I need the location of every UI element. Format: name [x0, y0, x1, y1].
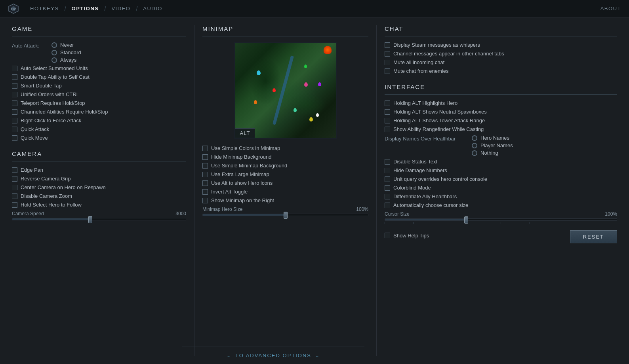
- nav-options[interactable]: OPTIONS: [69, 4, 102, 13]
- minimap-container: ALT: [234, 42, 337, 139]
- interface2-checkbox-0[interactable]: Disable Status Text: [385, 159, 617, 165]
- show-help-label: Show Help Tips: [393, 233, 429, 239]
- chat-box-3: [385, 68, 390, 74]
- game-box-1: [12, 74, 17, 80]
- minimap-checkboxes: Use Simple Colors in MinimapHide Minimap…: [202, 145, 368, 203]
- nav-hotkeys[interactable]: HOTKEYS: [27, 4, 62, 13]
- minimap-dot-6: [294, 108, 297, 112]
- minimap-checkbox-4[interactable]: Use Alt to show Hero icons: [202, 180, 368, 186]
- minimap-dot-8: [316, 113, 319, 117]
- game-checkbox-7[interactable]: Quick Attack: [12, 126, 186, 132]
- chat-checkbox-0[interactable]: Display Steam messages as whispers: [385, 42, 617, 48]
- display-names-hero[interactable]: Hero Names: [472, 135, 513, 141]
- reset-button[interactable]: RESET: [570, 230, 617, 243]
- interface2-checkbox-3[interactable]: Colorblind Mode: [385, 185, 617, 191]
- interface-checkbox-0[interactable]: Holding ALT Highlights Hero: [385, 100, 617, 106]
- display-names-row: Display Names Over Healthbar Hero Names …: [385, 135, 617, 156]
- nav-about[interactable]: ABOUT: [600, 6, 621, 11]
- minimap-checkbox-6[interactable]: Show Minimap on the Right: [202, 197, 368, 203]
- display-names-label: Display Names Over Healthbar: [385, 135, 472, 142]
- minimap-divider: [202, 36, 368, 36]
- camera-checkbox-0[interactable]: Edge Pan: [12, 167, 186, 173]
- game-checkbox-5[interactable]: Channeled Abilities Require Hold/Stop: [12, 109, 186, 115]
- chat-checkbox-1[interactable]: Channel messages appear in other channel…: [385, 51, 617, 57]
- game-box-0: [12, 66, 17, 71]
- interface-checkbox-3[interactable]: Show Ability Rangefinder While Casting: [385, 126, 617, 132]
- camera-checkbox-1[interactable]: Reverse Camera Grip: [12, 176, 186, 182]
- minimap-checkbox-2[interactable]: Use Simple Minimap Background: [202, 163, 368, 169]
- auto-attack-always[interactable]: Always: [51, 57, 81, 63]
- camera-section: CAMERA Edge PanReverse Camera GripCenter…: [12, 150, 186, 220]
- minimap-box-4: [202, 180, 208, 186]
- advanced-options-label: TO ADVANCED OPTIONS: [235, 353, 311, 358]
- camera-checkboxes: Edge PanReverse Camera GripCenter Camera…: [12, 167, 186, 208]
- display-names-player[interactable]: Player Names: [472, 142, 513, 148]
- display-names-nothing[interactable]: Nothing: [472, 150, 513, 156]
- main-wrapper: GAME Auto Attack: Never Standard: [0, 17, 629, 364]
- auto-attack-standard[interactable]: Standard: [51, 49, 81, 55]
- game-checkbox-3[interactable]: Unified Orders with CTRL: [12, 91, 186, 97]
- minimap-dot-7: [309, 117, 313, 121]
- col-mid: MINIMAP: [194, 25, 376, 356]
- show-help-checkbox[interactable]: Show Help Tips: [385, 233, 429, 239]
- display-names-radios: Hero Names Player Names Nothing: [472, 135, 513, 156]
- game-checkbox-0[interactable]: Auto Select Summoned Units: [12, 65, 186, 71]
- iface-box-2: [385, 118, 390, 123]
- cursor-size-track[interactable]: [385, 218, 617, 221]
- game-checkboxes: Auto Select Summoned UnitsDouble Tap Abi…: [12, 65, 186, 141]
- game-checkbox-8[interactable]: Quick Move: [12, 135, 186, 141]
- chat-checkbox-3[interactable]: Mute chat from enemies: [385, 68, 617, 74]
- minimap-checkbox-5[interactable]: Invert Alt Toggle: [202, 189, 368, 195]
- interface-checkbox-1[interactable]: Holding ALT Shows Neutral Spawnboxes: [385, 109, 617, 115]
- iface-box-1: [385, 109, 390, 115]
- interface2-checkbox-5[interactable]: Automatically choose cursor size: [385, 202, 617, 208]
- game-checkbox-6[interactable]: Right-Click to Force Attack: [12, 118, 186, 123]
- auto-attack-never[interactable]: Never: [51, 42, 81, 48]
- iface2-box-1: [385, 168, 390, 173]
- minimap-hero-size-thumb[interactable]: [284, 212, 288, 219]
- minimap-checkbox-3[interactable]: Use Extra Large Minimap: [202, 171, 368, 177]
- game-checkbox-2[interactable]: Smart Double Tap: [12, 83, 186, 89]
- cursor-size-value: 100%: [605, 211, 617, 217]
- tick-2: [414, 222, 414, 224]
- chat-box-2: [385, 60, 390, 65]
- nav-audio[interactable]: AUDIO: [140, 4, 166, 13]
- auto-attack-radios: Never Standard Always: [51, 42, 81, 63]
- interface-checkbox-2[interactable]: Holding ALT Shows Tower Attack Range: [385, 118, 617, 123]
- minimap-checkbox-0[interactable]: Use Simple Colors in Minimap: [202, 145, 368, 151]
- game-checkbox-1[interactable]: Double Tap Ability to Self Cast: [12, 74, 186, 80]
- chat-checkboxes: Display Steam messages as whispersChanne…: [385, 42, 617, 74]
- camera-speed-label-row: Camera Speed 3000: [12, 211, 186, 216]
- col-left: GAME Auto Attack: Never Standard: [12, 25, 194, 356]
- nav-video[interactable]: VIDEO: [108, 4, 133, 13]
- interface-header: INTERFACE: [385, 83, 617, 90]
- radio-player-names: [472, 143, 477, 148]
- reset-row: Show Help Tips RESET: [385, 230, 617, 243]
- minimap-checkbox-1[interactable]: Hide Minimap Background: [202, 154, 368, 160]
- camera-checkbox-2[interactable]: Center Camera on Hero on Respawn: [12, 184, 186, 190]
- minimap-dot-1: [254, 100, 257, 104]
- game-checkbox-4[interactable]: Teleport Requires Hold/Stop: [12, 100, 186, 106]
- interface2-checkbox-4[interactable]: Differentiate Ally Healthbars: [385, 193, 617, 199]
- minimap-box-1: [202, 154, 208, 160]
- game-box-2: [12, 83, 17, 89]
- minimap-box-0: [202, 146, 208, 151]
- game-box-5: [12, 109, 17, 115]
- minimap-hero-size-track[interactable]: [202, 214, 368, 216]
- camera-checkbox-3[interactable]: Disable Camera Zoom: [12, 193, 186, 199]
- chat-checkbox-2[interactable]: Mute all incoming chat: [385, 59, 617, 65]
- interface2-checkbox-1[interactable]: Hide Damage Numbers: [385, 167, 617, 173]
- top-nav: D2 HOTKEYS / OPTIONS / VIDEO / AUDIO ABO…: [0, 0, 629, 17]
- cursor-size-thumb[interactable]: [464, 216, 468, 224]
- advanced-options-bar[interactable]: ⌄ TO ADVANCED OPTIONS ⌄: [182, 347, 364, 364]
- camera-box-4: [12, 202, 17, 208]
- tick-7: [559, 222, 559, 224]
- game-box-6: [12, 118, 17, 123]
- camera-speed-thumb[interactable]: [88, 216, 92, 223]
- camera-speed-track[interactable]: [12, 218, 186, 220]
- camera-checkbox-4[interactable]: Hold Select Hero to Follow: [12, 202, 186, 208]
- interface2-checkbox-2[interactable]: Unit query overrides hero control consol…: [385, 176, 617, 182]
- camera-speed-fill: [12, 218, 90, 220]
- chevron-down-right: ⌄: [315, 353, 320, 358]
- minimap-image: ALT: [235, 43, 336, 138]
